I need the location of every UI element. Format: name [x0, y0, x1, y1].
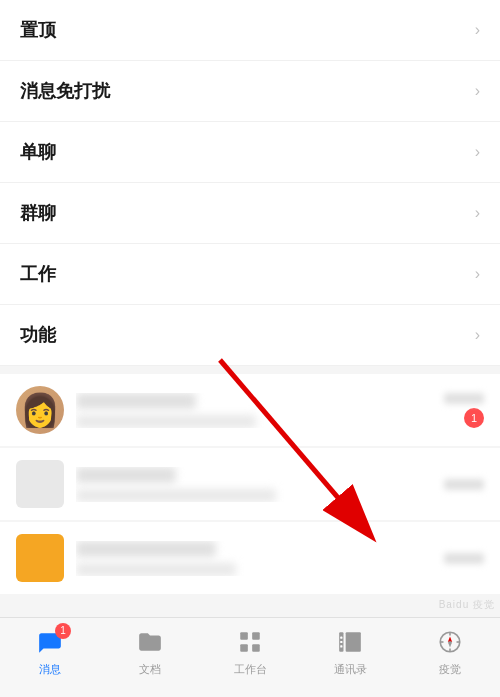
svg-rect-9: [340, 640, 342, 642]
nav-label-explore: 疫觉: [439, 662, 461, 677]
chat-meta-3: [444, 553, 484, 564]
nav-label-messages: 消息: [39, 662, 61, 677]
compass-icon: [437, 629, 463, 659]
avatar-3: [16, 534, 64, 582]
chevron-right-icon: ›: [475, 265, 480, 283]
svg-rect-2: [240, 632, 248, 640]
menu-item-work-label: 工作: [20, 262, 56, 286]
watermark: Baidu 疫觉: [439, 598, 495, 612]
chat-meta-1: 1: [444, 393, 484, 428]
main-content: 置顶 › 消息免打扰 › 单聊 › 群聊 › 工作 › 功能 ›: [0, 0, 500, 617]
contacts-icon: [337, 629, 363, 659]
menu-item-group-label: 群聊: [20, 201, 56, 225]
chat-name-blur-2: [76, 467, 176, 483]
menu-item-single-label: 单聊: [20, 140, 56, 164]
nav-label-contacts: 通讯录: [334, 662, 367, 677]
menu-item-function-label: 功能: [20, 323, 56, 347]
unread-badge-1: 1: [464, 408, 484, 428]
chat-list: 1: [0, 366, 500, 604]
svg-rect-10: [340, 645, 342, 647]
menu-item-dnd-label: 消息免打扰: [20, 79, 110, 103]
svg-rect-5: [252, 644, 260, 652]
chevron-right-icon: ›: [475, 326, 480, 344]
avatar-1: [16, 386, 64, 434]
nav-item-contacts[interactable]: 通讯录: [300, 629, 400, 677]
chat-time-1: [444, 393, 484, 404]
svg-rect-8: [340, 636, 342, 638]
svg-rect-4: [240, 644, 248, 652]
message-icon-inner: 1: [37, 629, 63, 659]
nav-item-messages[interactable]: 1 消息: [0, 629, 100, 677]
chat-content-2: [76, 467, 444, 502]
chat-time-3: [444, 553, 484, 564]
chat-content-3: [76, 541, 444, 576]
bottom-navigation: 1 消息 文档 工作台: [0, 617, 500, 697]
nav-label-workspace: 工作台: [234, 662, 267, 677]
chat-preview-blur-3: [76, 563, 236, 576]
chevron-right-icon: ›: [475, 204, 480, 222]
chat-content-1: [76, 393, 444, 428]
chat-preview-blur-1: [76, 415, 256, 428]
svg-rect-3: [252, 632, 260, 640]
svg-rect-7: [346, 632, 361, 652]
nav-label-files: 文档: [139, 662, 161, 677]
chat-name-blur-3: [76, 541, 216, 557]
menu-item-single[interactable]: 单聊 ›: [0, 122, 500, 183]
menu-list: 置顶 › 消息免打扰 › 单聊 › 群聊 › 工作 › 功能 ›: [0, 0, 500, 366]
nav-item-explore[interactable]: 疫觉: [400, 629, 500, 677]
chevron-right-icon: ›: [475, 143, 480, 161]
message-icon: 1: [37, 629, 63, 659]
menu-item-dnd[interactable]: 消息免打扰 ›: [0, 61, 500, 122]
menu-item-work[interactable]: 工作 ›: [0, 244, 500, 305]
chat-item-2[interactable]: [0, 448, 500, 520]
menu-item-pin-label: 置顶: [20, 18, 56, 42]
nav-item-files[interactable]: 文档: [100, 629, 200, 677]
file-icon: [137, 629, 163, 659]
chat-name-blur-1: [76, 393, 196, 409]
chat-preview-blur-2: [76, 489, 276, 502]
menu-item-function[interactable]: 功能 ›: [0, 305, 500, 366]
menu-item-group[interactable]: 群聊 ›: [0, 183, 500, 244]
messages-badge: 1: [55, 623, 71, 639]
grid-icon: [237, 629, 263, 659]
chat-item-3[interactable]: [0, 522, 500, 594]
nav-item-workspace[interactable]: 工作台: [200, 629, 300, 677]
chat-item-1[interactable]: 1: [0, 374, 500, 446]
chevron-right-icon: ›: [475, 82, 480, 100]
menu-item-pin[interactable]: 置顶 ›: [0, 0, 500, 61]
chevron-right-icon: ›: [475, 21, 480, 39]
chat-time-2: [444, 479, 484, 490]
chat-meta-2: [444, 479, 484, 490]
avatar-2: [16, 460, 64, 508]
